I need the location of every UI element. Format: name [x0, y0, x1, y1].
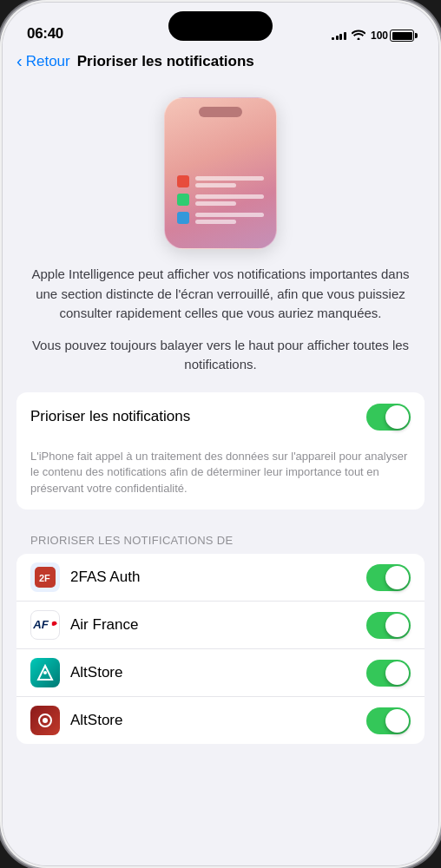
signal-bar-2 — [336, 36, 339, 40]
wifi-icon — [352, 29, 365, 43]
app-name-airfrance: Air France — [70, 616, 366, 634]
app-row-altstore-teal: AltStore I — [16, 649, 425, 697]
main-toggle-label: Prioriser les notifications — [30, 408, 190, 425]
notif-dot-3 — [177, 212, 189, 224]
illustration-screen — [165, 98, 276, 248]
toggle-knob-2fas — [385, 566, 409, 589]
app-toggle-airfrance[interactable]: I — [366, 612, 411, 639]
app-name-2fas: 2FAS Auth — [70, 569, 366, 586]
app-toggle-altstore-dark[interactable]: I — [366, 707, 411, 734]
toggle-knob-airfrance — [385, 614, 409, 637]
toggle-knob-altstore-dark — [385, 709, 409, 733]
notif-line-3a — [195, 213, 264, 217]
phone-frame: 06:40 100 — [0, 0, 441, 868]
description-paragraph-1: Apple Intelligence peut afficher vos not… — [30, 265, 411, 324]
notif-lines-3 — [195, 213, 264, 224]
app-name-altstore-dark: AltStore — [70, 712, 366, 729]
app-toggle-2fas[interactable]: I — [366, 564, 411, 591]
app-name-altstore-teal: AltStore — [70, 664, 366, 681]
battery-container: 100 — [371, 30, 414, 42]
toggle-knob — [385, 405, 409, 429]
illustration-notifications — [177, 175, 264, 224]
notif-line-1a — [195, 176, 264, 181]
signal-bar-4 — [344, 32, 346, 40]
notif-item-2 — [177, 194, 264, 206]
dynamic-island — [168, 11, 273, 41]
app-toggle-altstore-teal[interactable]: I — [366, 660, 411, 687]
description-section: Apple Intelligence peut afficher vos not… — [3, 265, 438, 392]
app-icon-airfrance: AF — [30, 610, 60, 640]
illustration-notch — [199, 107, 242, 117]
page-title: Prioriser les notifications — [77, 53, 254, 70]
app-row-altstore-dark: AltStore I — [16, 697, 425, 744]
signal-bar-3 — [339, 34, 342, 40]
notif-line-2a — [195, 194, 264, 199]
apps-list-card: 2F 2FAS Auth I AF — [16, 554, 425, 744]
phone-illustration — [164, 97, 277, 249]
main-toggle-row: Prioriser les notifications I — [16, 392, 425, 442]
svg-text:AF: AF — [32, 618, 49, 631]
battery-label: 100 — [371, 30, 388, 42]
main-toggle-switch[interactable]: I — [366, 404, 411, 431]
svg-text:2F: 2F — [39, 573, 50, 583]
back-button[interactable]: ‹ Retour — [16, 51, 70, 71]
main-toggle-card: Prioriser les notifications I L'iPhone f… — [16, 392, 425, 510]
toggle-knob-altstore-teal — [385, 661, 409, 685]
back-label: Retour — [26, 53, 70, 70]
notif-line-3b — [195, 220, 236, 224]
app-row-airfrance: AF Air France I — [16, 602, 425, 649]
notif-line-2b — [195, 201, 236, 206]
svg-point-4 — [43, 671, 47, 674]
signal-bar-1 — [332, 37, 334, 40]
app-icon-2fas: 2F — [30, 562, 60, 592]
status-bar: 06:40 100 — [3, 3, 438, 48]
hero-section — [3, 80, 438, 265]
notif-item-3 — [177, 212, 264, 224]
notif-lines-2 — [195, 194, 264, 206]
back-chevron-icon: ‹ — [16, 51, 23, 71]
app-row-2fas: 2F 2FAS Auth I — [16, 554, 425, 602]
notif-line-1b — [195, 183, 236, 187]
battery-fill — [392, 32, 412, 40]
status-time: 06:40 — [27, 25, 63, 43]
description-paragraph-2: Vous pouvez toujours balayer vers le hau… — [30, 336, 411, 375]
home-indicator — [3, 852, 438, 865]
notif-lines-1 — [195, 176, 264, 187]
svg-point-6 — [43, 718, 48, 723]
notif-dot-2 — [177, 194, 189, 206]
nav-bar: ‹ Retour Prioriser les notifications — [3, 48, 438, 80]
home-bar — [168, 865, 273, 866]
phone-screen: 06:40 100 — [3, 3, 438, 865]
battery-icon — [390, 30, 414, 42]
status-icons: 100 — [332, 29, 414, 43]
app-icon-altstore-teal — [30, 658, 60, 687]
notif-dot-1 — [177, 175, 189, 187]
signal-icon — [332, 32, 346, 40]
notif-item-1 — [177, 175, 264, 187]
privacy-note: L'iPhone fait appel à un traitement des … — [16, 442, 425, 510]
scroll-content[interactable]: Apple Intelligence peut afficher vos not… — [3, 80, 438, 852]
app-icon-altstore-dark — [30, 706, 60, 735]
apps-section-header: PRIORISER LES NOTIFICATIONS DE — [3, 516, 438, 554]
